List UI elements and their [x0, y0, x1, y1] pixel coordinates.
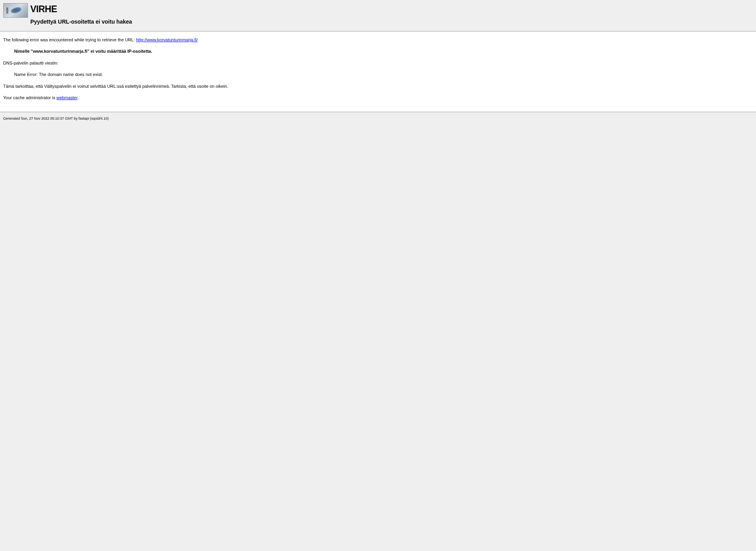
error-title: VIRHE	[30, 4, 132, 15]
error-content: The following error was encountered whil…	[0, 31, 756, 112]
cache-admin-prefix: Your cache administrator is	[3, 95, 56, 100]
error-subtitle: Pyydettyä URL-osoitetta ei voitu hakea	[30, 18, 132, 25]
name-error-msg: Name Error: The domain name does not exi…	[3, 72, 753, 78]
page-footer: Generated Sun, 27 Nov 2022 05:10:37 GMT …	[0, 112, 756, 125]
header-text-block: VIRHE Pyydettyä URL-osoitetta ei voitu h…	[30, 3, 132, 25]
webmaster-link[interactable]: webmaster	[56, 95, 77, 100]
dns-server-label: DNS-palvelin palautti viestin:	[3, 60, 753, 66]
squid-logo-icon: NOW	[3, 3, 28, 18]
squid-logo-text: NOW	[6, 7, 9, 14]
cache-admin-line: Your cache administrator is webmaster.	[3, 95, 753, 101]
cache-admin-suffix: .	[78, 95, 79, 100]
generated-timestamp: Generated Sun, 27 Nov 2022 05:10:37 GMT …	[3, 116, 753, 120]
explanation-text: Tämä tarkoittaa, että Välityspalvelin ei…	[3, 83, 753, 89]
page-header: NOW VIRHE Pyydettyä URL-osoitetta ei voi…	[0, 0, 756, 28]
dns-error-msg: Nimelle "www.korvatunturinmarja.fi" ei v…	[3, 48, 753, 54]
error-intro-text: The following error was encountered whil…	[3, 37, 136, 42]
error-intro-line: The following error was encountered whil…	[3, 37, 753, 43]
error-url-link[interactable]: http://www.korvatunturinmarja.fi/	[136, 37, 198, 42]
